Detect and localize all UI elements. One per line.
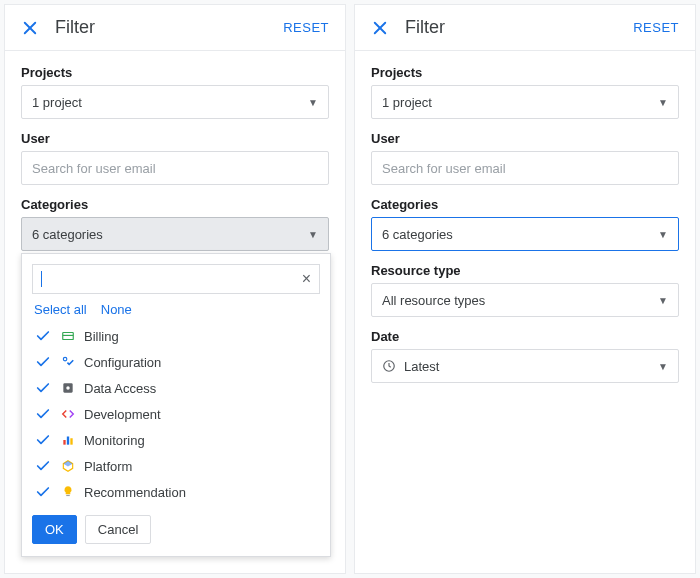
platform-icon <box>60 458 76 474</box>
panel-header: Filter RESET <box>5 5 345 51</box>
check-icon <box>34 380 52 396</box>
date-value: Latest <box>404 359 439 374</box>
category-option-label: Development <box>84 407 161 422</box>
filter-panel-right: Filter RESET Projects 1 project ▼ User S… <box>354 4 696 574</box>
check-icon <box>34 328 52 344</box>
category-option-label: Billing <box>84 329 119 344</box>
category-option[interactable]: Billing <box>32 323 320 349</box>
category-option[interactable]: Platform <box>32 453 320 479</box>
panel-header: Filter RESET <box>355 5 695 51</box>
svg-rect-7 <box>63 440 65 445</box>
svg-point-4 <box>63 357 67 361</box>
check-icon <box>34 458 52 474</box>
user-field: User Search for user email <box>21 131 329 185</box>
user-input[interactable]: Search for user email <box>371 151 679 185</box>
data-icon <box>60 380 76 396</box>
category-option-label: Configuration <box>84 355 161 370</box>
panel-body: Projects 1 project ▼ User Search for use… <box>5 51 345 265</box>
category-option[interactable]: Configuration <box>32 349 320 375</box>
svg-rect-8 <box>67 437 69 445</box>
config-icon <box>60 354 76 370</box>
svg-rect-12 <box>66 495 70 496</box>
category-option[interactable]: Data Access <box>32 375 320 401</box>
category-option[interactable]: Development <box>32 401 320 427</box>
categories-dropdown: × Select all None BillingConfigurationDa… <box>21 253 331 557</box>
svg-rect-3 <box>63 335 74 336</box>
categories-select[interactable]: 6 categories ▼ <box>21 217 329 251</box>
category-option-label: Recommendation <box>84 485 186 500</box>
user-placeholder: Search for user email <box>382 161 506 176</box>
projects-value: 1 project <box>32 95 82 110</box>
projects-select[interactable]: 1 project ▼ <box>21 85 329 119</box>
panel-title: Filter <box>55 17 283 38</box>
category-option[interactable]: Recommendation <box>32 479 320 505</box>
projects-label: Projects <box>371 65 679 80</box>
date-label: Date <box>371 329 679 344</box>
chevron-down-icon: ▼ <box>658 295 668 306</box>
clock-icon <box>382 359 396 373</box>
svg-rect-9 <box>70 438 72 444</box>
reset-button[interactable]: RESET <box>283 20 329 35</box>
dropdown-list: BillingConfigurationData AccessDevelopme… <box>32 323 320 505</box>
svg-point-6 <box>66 386 70 390</box>
user-label: User <box>371 131 679 146</box>
panel-body: Projects 1 project ▼ User Search for use… <box>355 51 695 397</box>
dropdown-bulk-actions: Select all None <box>34 302 320 317</box>
categories-field: Categories 6 categories ▼ <box>371 197 679 251</box>
projects-select[interactable]: 1 project ▼ <box>371 85 679 119</box>
projects-label: Projects <box>21 65 329 80</box>
date-field: Date Latest ▼ <box>371 329 679 383</box>
category-option-label: Data Access <box>84 381 156 396</box>
reset-button[interactable]: RESET <box>633 20 679 35</box>
category-option-label: Monitoring <box>84 433 145 448</box>
resource-type-field: Resource type All resource types ▼ <box>371 263 679 317</box>
categories-label: Categories <box>21 197 329 212</box>
resource-type-select[interactable]: All resource types ▼ <box>371 283 679 317</box>
chevron-down-icon: ▼ <box>658 229 668 240</box>
ok-button[interactable]: OK <box>32 515 77 544</box>
chevron-down-icon: ▼ <box>308 229 318 240</box>
text-cursor <box>41 271 42 287</box>
check-icon <box>34 432 52 448</box>
dropdown-search-input[interactable]: × <box>32 264 320 294</box>
categories-field: Categories 6 categories ▼ × Select all N… <box>21 197 329 251</box>
monitor-icon <box>60 432 76 448</box>
categories-label: Categories <box>371 197 679 212</box>
user-placeholder: Search for user email <box>32 161 156 176</box>
categories-value: 6 categories <box>32 227 103 242</box>
projects-field: Projects 1 project ▼ <box>21 65 329 119</box>
category-option-label: Platform <box>84 459 132 474</box>
check-icon <box>34 484 52 500</box>
projects-value: 1 project <box>382 95 432 110</box>
date-select[interactable]: Latest ▼ <box>371 349 679 383</box>
check-icon <box>34 354 52 370</box>
svg-marker-11 <box>63 461 72 467</box>
chevron-down-icon: ▼ <box>658 97 668 108</box>
recommend-icon <box>60 484 76 500</box>
close-icon[interactable] <box>371 19 389 37</box>
cancel-button[interactable]: Cancel <box>85 515 151 544</box>
category-option[interactable]: Monitoring <box>32 427 320 453</box>
select-all-link[interactable]: Select all <box>34 302 87 317</box>
resource-type-value: All resource types <box>382 293 485 308</box>
user-input[interactable]: Search for user email <box>21 151 329 185</box>
projects-field: Projects 1 project ▼ <box>371 65 679 119</box>
select-none-link[interactable]: None <box>101 302 132 317</box>
filter-panel-left: Filter RESET Projects 1 project ▼ User S… <box>4 4 346 574</box>
resource-type-label: Resource type <box>371 263 679 278</box>
user-field: User Search for user email <box>371 131 679 185</box>
categories-value: 6 categories <box>382 227 453 242</box>
panel-title: Filter <box>405 17 633 38</box>
check-icon <box>34 406 52 422</box>
dropdown-actions: OK Cancel <box>32 515 320 544</box>
chevron-down-icon: ▼ <box>658 361 668 372</box>
dev-icon <box>60 406 76 422</box>
user-label: User <box>21 131 329 146</box>
clear-icon[interactable]: × <box>302 271 311 287</box>
categories-select[interactable]: 6 categories ▼ <box>371 217 679 251</box>
billing-icon <box>60 328 76 344</box>
close-icon[interactable] <box>21 19 39 37</box>
chevron-down-icon: ▼ <box>308 97 318 108</box>
